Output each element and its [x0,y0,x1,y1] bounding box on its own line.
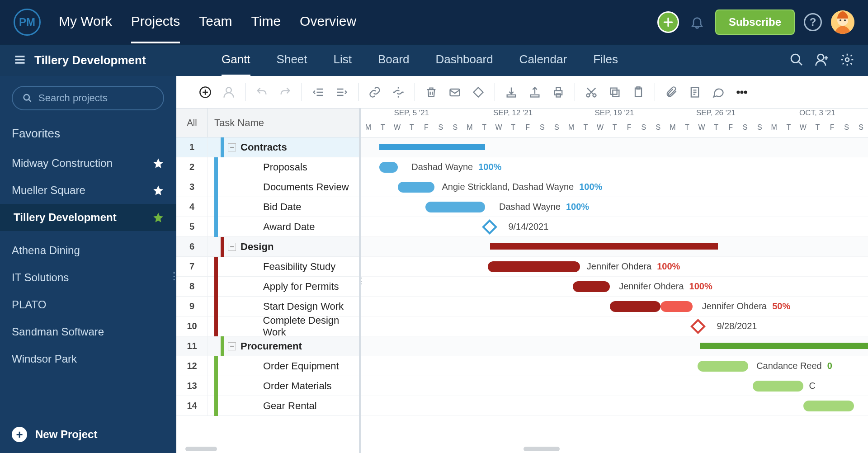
task-bar[interactable] [573,281,610,292]
task-name-cell[interactable]: Start Design Work [208,297,359,316]
tab-files[interactable]: Files [593,52,618,76]
tab-dashboard[interactable]: Dashboard [435,52,493,76]
sidebar-item-tillery[interactable]: Tillery Development [0,204,176,231]
tab-list[interactable]: List [334,52,352,76]
sidebar-item-mueller[interactable]: Mueller Square [0,177,176,204]
task-name-cell[interactable]: Gear Rental [208,396,359,415]
timeline-hscroll[interactable] [524,447,560,451]
unlink-icon[interactable] [391,85,406,99]
task-name-cell[interactable]: Apply for Permits [208,277,359,296]
collapse-icon[interactable]: − [228,243,236,251]
gantt-row[interactable]: Angie Strickland, Dashad Wayne100% [361,177,868,197]
task-row[interactable]: 14Gear Rental [176,396,359,416]
sidebar-item-athena[interactable]: Athena Dining [0,237,176,264]
task-row[interactable]: 2Proposals [176,157,359,177]
gantt-row[interactable]: Dashad Wayne100% [361,157,868,177]
notes-icon[interactable] [688,85,702,99]
task-row[interactable]: 7Feasibility Study [176,257,359,277]
paste-icon[interactable] [631,85,646,99]
splitter-icon[interactable]: ⋮ [361,276,364,286]
grid-hscroll[interactable] [185,447,217,451]
milestone-icon[interactable] [471,85,486,99]
task-row[interactable]: 9Start Design Work [176,297,359,316]
add-task-icon[interactable] [198,85,212,99]
tab-board[interactable]: Board [378,52,409,76]
task-bar[interactable] [610,301,660,312]
summary-bar[interactable] [490,243,718,250]
task-row[interactable]: 6−Design [176,237,359,257]
sidebar-item-midway[interactable]: Midway Construction [0,150,176,177]
collapse-icon[interactable]: − [228,342,236,350]
indent-icon[interactable] [335,85,349,99]
logo[interactable]: PM [14,9,41,36]
star-icon[interactable] [152,157,164,169]
sidebar-item-windsor[interactable]: Windsor Park [0,345,176,373]
search-icon[interactable] [789,52,804,69]
email-icon[interactable] [448,85,462,99]
task-name-cell[interactable]: −Procurement [208,336,359,356]
gantt-row[interactable]: Jennifer Ohdera50% [361,297,868,316]
task-name-cell[interactable]: Order Equipment [208,356,359,376]
delete-icon[interactable] [424,85,439,99]
search-projects[interactable] [12,86,164,110]
gantt-row[interactable] [361,137,868,157]
star-icon[interactable] [152,184,164,196]
gantt-row[interactable]: 9/28/2021 [361,316,868,336]
task-name-cell[interactable]: Bid Date [208,197,359,217]
task-name-cell[interactable]: Complete Design Work [208,316,359,336]
user-avatar[interactable] [831,10,854,34]
task-name-cell[interactable]: Award Date [208,217,359,236]
gantt-row[interactable]: Dashad Wayne100% [361,197,868,217]
task-name-cell[interactable]: Proposals [208,157,359,177]
copy-icon[interactable] [608,85,622,99]
sidebar-item-plato[interactable]: PLATO [0,291,176,318]
task-row[interactable]: 12Order Equipment [176,356,359,376]
task-bar[interactable] [398,182,435,193]
sidebar-item-itsolutions[interactable]: IT Solutions [0,264,176,291]
task-bar[interactable] [488,261,580,272]
task-row[interactable]: 5Award Date [176,217,359,237]
gantt-row[interactable] [361,396,868,416]
more-icon[interactable] [735,85,749,99]
sidebar-toggle-icon[interactable] [14,53,26,68]
global-add-button[interactable] [657,11,679,33]
gantt-row[interactable] [361,237,868,257]
col-num[interactable]: All [176,109,208,137]
task-row[interactable]: 11−Procurement [176,336,359,356]
milestone[interactable] [690,319,706,334]
col-task-name[interactable]: Task Name [208,109,359,137]
task-row[interactable]: 4Bid Date [176,197,359,217]
gantt-row[interactable]: Jennifer Ohdera100% [361,257,868,277]
task-bar[interactable] [803,401,854,411]
task-name-cell[interactable]: Order Materials [208,376,359,396]
task-bar[interactable] [379,162,398,173]
tab-gantt[interactable]: Gantt [222,52,250,76]
attach-icon[interactable] [664,85,679,99]
sidebar-item-sandman[interactable]: Sandman Software [0,318,176,345]
settings-gear-icon[interactable] [840,52,854,69]
task-row[interactable]: 10Complete Design Work [176,316,359,336]
task-row[interactable]: 13Order Materials [176,376,359,396]
gantt-row[interactable]: Candance Reed0 [361,356,868,376]
nav-projects[interactable]: Projects [131,14,180,43]
task-row[interactable]: 1−Contracts [176,137,359,157]
task-row[interactable]: 8Apply for Permits [176,277,359,297]
collapse-icon[interactable]: − [228,143,236,151]
task-bar[interactable] [698,361,748,372]
link-icon[interactable] [368,85,382,99]
gantt-row[interactable]: 9/14/2021 [361,217,868,237]
add-user-icon[interactable] [815,52,829,69]
task-name-cell[interactable]: −Design [208,237,359,256]
subscribe-button[interactable]: Subscribe [715,9,795,35]
nav-time[interactable]: Time [251,14,281,43]
gantt-row[interactable]: C [361,376,868,396]
outdent-icon[interactable] [311,85,326,99]
help-icon[interactable]: ? [804,13,822,31]
summary-bar[interactable] [700,343,868,349]
new-project-button[interactable]: + New Project [0,419,176,453]
task-bar[interactable] [753,381,803,392]
gantt-row[interactable]: Jennifer Ohdera100% [361,277,868,297]
export-icon[interactable] [528,85,542,99]
star-icon[interactable] [152,212,164,223]
nav-overview[interactable]: Overview [300,14,356,43]
